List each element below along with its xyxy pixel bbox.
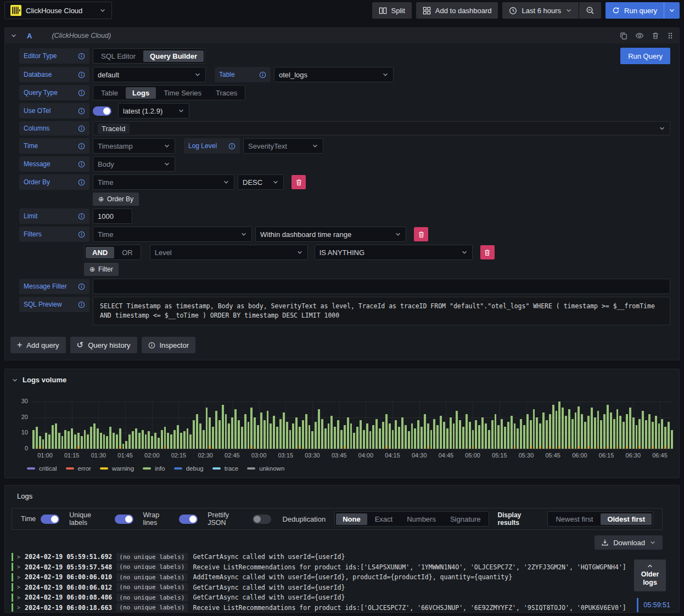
log-row[interactable]: >2024-02-19 06:00:18.663(no unique label… — [12, 603, 672, 613]
radio-option-or[interactable]: OR — [115, 247, 139, 258]
radio-option-oldest-first[interactable]: Oldest first — [601, 513, 652, 525]
run-query-inner-button[interactable]: Run Query — [620, 48, 670, 64]
radio-option-and[interactable]: AND — [86, 247, 114, 258]
legend-item-warning[interactable]: warning — [100, 465, 134, 472]
switch[interactable] — [41, 515, 59, 524]
radio-option-logs[interactable]: Logs — [126, 87, 156, 99]
info-icon[interactable] — [78, 108, 85, 115]
radio-option-sql-editor[interactable]: SQL Editor — [94, 50, 142, 62]
hide-query-eye-icon[interactable] — [635, 31, 644, 40]
delete-query-trash-icon[interactable] — [652, 32, 659, 39]
radio-option-time-series[interactable]: Time Series — [157, 87, 208, 99]
x-tick-label: 03:45 — [332, 452, 347, 459]
log-row[interactable]: >2024-02-19 05:59:51.692(no unique label… — [12, 552, 672, 562]
log-row[interactable]: >2024-02-19 06:00:06.010(no unique label… — [12, 572, 672, 583]
query-header[interactable]: A (ClickHouse Cloud) — [5, 28, 679, 43]
add-filter-button[interactable]: ⊕ Filter — [84, 263, 119, 276]
add-query-button[interactable]: + Add query — [10, 337, 66, 353]
run-query-button[interactable]: Run query — [605, 2, 680, 19]
message-column-select[interactable]: Body — [93, 156, 175, 172]
info-icon[interactable] — [78, 89, 85, 97]
remove-filter1-button[interactable] — [414, 227, 428, 241]
expand-chevron-icon[interactable]: > — [17, 554, 20, 560]
columns-multiselect[interactable]: TraceId — [93, 121, 670, 135]
legend-item-critical[interactable]: critical — [27, 465, 57, 472]
download-button[interactable]: Download — [595, 535, 663, 550]
collapse-chevron-icon[interactable] — [12, 377, 18, 383]
switch[interactable] — [253, 515, 271, 524]
duplicate-query-icon[interactable] — [620, 32, 627, 39]
add-order-by-button[interactable]: ⊕ Order By — [93, 193, 139, 206]
expand-chevron-icon[interactable]: > — [17, 564, 20, 570]
inspector-button[interactable]: Inspector — [142, 337, 195, 353]
order-by-field-select[interactable]: Time — [93, 174, 234, 190]
info-icon[interactable] — [78, 53, 85, 60]
log-row[interactable]: >2024-02-19 05:59:57.548(no unique label… — [12, 562, 672, 573]
legend-item-info[interactable]: info — [143, 465, 165, 472]
column-chip[interactable]: TraceId — [98, 123, 130, 134]
radio-option-exact[interactable]: Exact — [368, 513, 400, 525]
info-icon[interactable] — [78, 179, 85, 186]
info-icon[interactable] — [78, 283, 85, 290]
expand-chevron-icon[interactable]: > — [17, 604, 20, 611]
datasource-picker[interactable]: ClickHouse Cloud — [4, 2, 112, 19]
radio-option-none[interactable]: None — [336, 513, 367, 525]
filter2-operator-select[interactable]: IS ANYTHING — [315, 245, 473, 260]
collapse-chevron-icon[interactable] — [10, 32, 17, 39]
volume-bar — [68, 431, 70, 449]
legend-item-unknown[interactable]: unknown — [247, 465, 284, 472]
info-icon[interactable] — [78, 125, 85, 132]
radio-option-table[interactable]: Table — [94, 87, 125, 99]
filter1-operator-select[interactable]: Within dashboard time range — [255, 227, 406, 242]
info-icon[interactable] — [78, 213, 85, 220]
drag-handle-icon[interactable] — [667, 32, 674, 39]
otel-version-select[interactable]: latest (1.2.9) — [118, 103, 189, 118]
order-by-direction-select[interactable]: DESC — [238, 174, 284, 190]
radio-option-numbers[interactable]: Numbers — [400, 513, 442, 525]
x-tick-label: 05:00 — [465, 452, 480, 459]
remove-filter2-button[interactable] — [480, 245, 495, 259]
filter1-field-select[interactable]: Time — [93, 227, 252, 242]
add-to-dashboard-button[interactable]: Add to dashboard — [416, 2, 498, 19]
volume-bar — [148, 431, 150, 449]
older-logs-button[interactable]: Older logs — [634, 560, 666, 591]
expand-chevron-icon[interactable]: > — [17, 574, 20, 580]
expand-chevron-icon[interactable]: > — [17, 584, 20, 590]
info-icon[interactable] — [78, 161, 85, 168]
legend-item-debug[interactable]: debug — [174, 465, 204, 472]
radio-option-traces[interactable]: Traces — [209, 87, 244, 99]
switch[interactable] — [115, 515, 133, 524]
volume-bar — [385, 414, 388, 449]
split-button[interactable]: Split — [372, 2, 412, 19]
database-select[interactable]: default — [93, 67, 206, 82]
time-range-picker[interactable]: Last 6 hours — [502, 2, 579, 19]
info-icon[interactable] — [78, 301, 85, 308]
table-select[interactable]: otel_logs — [274, 67, 394, 82]
zoom-out-time-button[interactable] — [579, 2, 601, 19]
info-icon[interactable] — [259, 71, 266, 78]
switch[interactable] — [179, 515, 198, 524]
log-row[interactable]: >2024-02-19 06:00:06.012(no unique label… — [12, 583, 672, 593]
remove-order-by-button[interactable] — [291, 175, 306, 189]
log-level-select[interactable]: SeverityText — [243, 138, 323, 154]
legend-item-error[interactable]: error — [66, 465, 91, 472]
radio-option-signature[interactable]: Signature — [444, 513, 487, 525]
radio-option-query-builder[interactable]: Query Builder — [143, 50, 204, 62]
info-icon[interactable] — [78, 71, 85, 78]
volume-bar — [398, 427, 400, 449]
query-history-button[interactable]: ↺ Query history — [70, 337, 137, 353]
expand-chevron-icon[interactable]: > — [17, 595, 20, 601]
info-icon[interactable] — [78, 231, 85, 238]
info-icon[interactable] — [228, 143, 236, 150]
legend-item-trace[interactable]: trace — [212, 465, 239, 472]
filter2-field-select[interactable]: Level — [150, 245, 308, 260]
log-row[interactable]: >2024-02-19 06:00:08.486(no unique label… — [12, 592, 672, 603]
run-query-dropdown[interactable] — [664, 2, 680, 19]
time-column-select[interactable]: Timestamp — [93, 138, 175, 154]
message-filter-input[interactable] — [93, 279, 670, 294]
x-tick-label: 02:00 — [144, 452, 160, 459]
limit-input[interactable] — [93, 208, 132, 224]
info-icon[interactable] — [78, 143, 85, 150]
use-otel-toggle[interactable] — [93, 106, 111, 116]
radio-option-newest-first[interactable]: Newest first — [549, 513, 599, 525]
